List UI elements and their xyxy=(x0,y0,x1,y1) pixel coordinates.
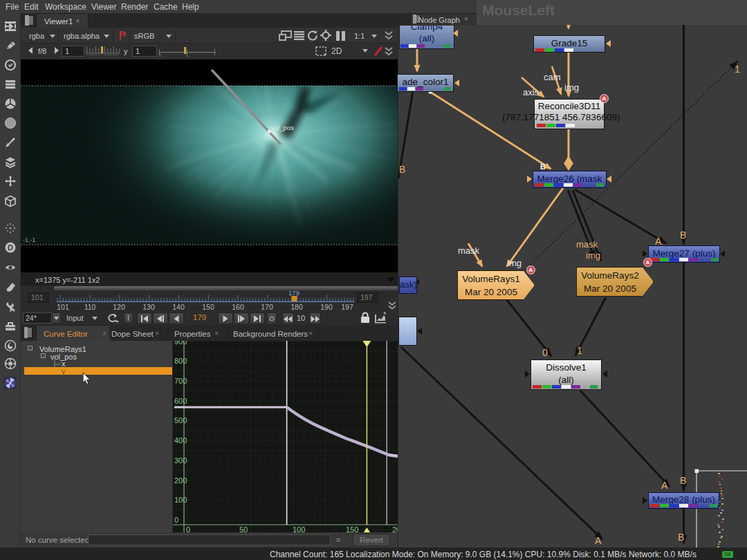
svg-text:110: 110 xyxy=(84,303,96,311)
svg-text:197: 197 xyxy=(341,303,353,311)
svg-text:400: 400 xyxy=(174,436,187,445)
svg-text:20: 20 xyxy=(392,525,398,532)
svg-text:1: 1 xyxy=(186,53,188,57)
svg-text:190: 190 xyxy=(320,303,333,311)
svg-text:130: 130 xyxy=(142,303,155,311)
svg-text:0: 0 xyxy=(159,53,161,57)
svg-text:150: 150 xyxy=(202,303,214,311)
svg-text:900: 900 xyxy=(174,341,187,346)
svg-text:100: 100 xyxy=(174,496,187,504)
svg-text:0: 0 xyxy=(174,516,178,524)
svg-text:B: B xyxy=(540,162,546,171)
svg-text:200: 200 xyxy=(174,476,187,485)
svg-text:170: 170 xyxy=(261,303,273,311)
svg-text:50: 50 xyxy=(239,525,248,532)
svg-text:800: 800 xyxy=(174,357,187,365)
svg-text:0: 0 xyxy=(186,525,190,532)
svg-text:150: 150 xyxy=(346,525,358,532)
svg-text:600: 600 xyxy=(174,397,187,405)
svg-text:700: 700 xyxy=(174,377,187,385)
svg-text:140: 140 xyxy=(172,303,185,311)
svg-text:vol_pos: vol_pos xyxy=(271,124,294,131)
svg-text:D: D xyxy=(8,243,13,252)
svg-text:101: 101 xyxy=(57,303,69,311)
svg-text:120: 120 xyxy=(113,303,125,311)
svg-text:0.03512.5 1 1.52.534 6104: 0.03512.5 1 1.52.534 6104 xyxy=(87,54,118,57)
svg-text:500: 500 xyxy=(174,416,187,424)
svg-text:160: 160 xyxy=(232,303,244,311)
svg-text:100: 100 xyxy=(293,525,305,532)
svg-text:300: 300 xyxy=(174,456,187,465)
svg-text:179: 179 xyxy=(288,290,299,297)
svg-text:180: 180 xyxy=(290,303,303,311)
svg-text:-1,-1: -1,-1 xyxy=(23,236,36,243)
